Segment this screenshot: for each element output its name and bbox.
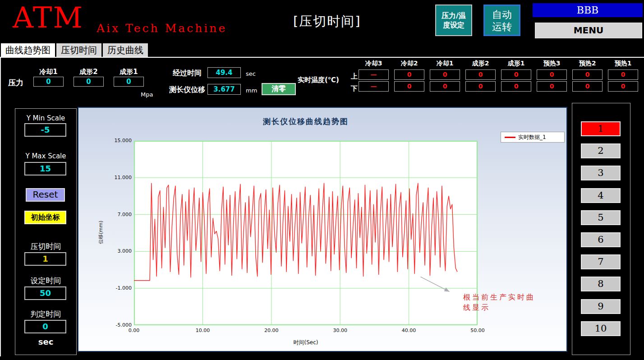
clear-zero-button[interactable]: 清零 <box>262 83 296 95</box>
x-axis-title: 时间(Sec) <box>261 339 351 346</box>
x-tick-label: 50.00 <box>465 328 490 333</box>
x-tick-label: 20.00 <box>259 328 284 333</box>
x-tick-label: 0.00 <box>121 328 147 333</box>
temp-top-field: 0 <box>430 69 460 80</box>
y-max-scale-field[interactable]: 15 <box>24 162 66 175</box>
curve-select-button-10[interactable]: 10 <box>581 321 621 336</box>
temp-column-label: 冷却1 <box>430 60 460 68</box>
pressure-temp-settings-label-line1: 压力/温 <box>436 11 471 20</box>
pressure-temp-settings-label-line2: 度设定 <box>436 20 471 30</box>
content-left-border <box>0 58 1 356</box>
temp-column: 冷却100 <box>430 60 460 92</box>
seconds-unit-label: sec <box>15 337 76 346</box>
curve-select-button-9[interactable]: 9 <box>581 299 621 314</box>
temp-column-label: 预热2 <box>572 60 603 68</box>
auto-run-label-line1: 自动 <box>485 9 519 21</box>
y-tick-label: 7.000 <box>104 212 132 217</box>
y-tick-label: -1.000 <box>104 285 132 291</box>
y-max-scale-label: Y Max Scale <box>15 152 76 160</box>
temp-bottom-field: 0 <box>501 81 531 92</box>
annotation-line2: 线显示 <box>463 302 553 313</box>
pressure-value-field: 0 <box>33 77 64 87</box>
temperature-table: 冷却3——冷却200冷却100成形200成形100预热300预热200预热100 <box>359 60 638 92</box>
realtime-temperature-label: 实时温度(℃) <box>298 76 339 84</box>
curve-select-button-2[interactable]: 2 <box>581 143 621 158</box>
app-logo-subtitle: Aix Tech Machine <box>97 22 227 35</box>
tab-history-curve[interactable]: 历史曲线 <box>103 43 148 57</box>
curve-select-button-1[interactable]: 1 <box>581 121 621 136</box>
curve-select-button-7[interactable]: 7 <box>581 254 621 269</box>
temp-column-label: 预热1 <box>608 60 638 68</box>
y-tick-label: -5.000 <box>104 322 132 328</box>
temp-top-field: 0 <box>608 69 638 80</box>
auto-run-button[interactable]: 自动 运转 <box>483 5 520 36</box>
curve-select-button-4[interactable]: 4 <box>581 188 621 203</box>
curve-select-panel: 12345678910 <box>572 103 630 355</box>
tab-press-cut-time[interactable]: 压切时间 <box>56 43 101 57</box>
curve-select-button-5[interactable]: 5 <box>581 210 621 225</box>
pressure-label: 压力 <box>8 78 23 88</box>
pressure-column: 冷却10 <box>33 68 64 88</box>
temp-column-label: 冷却2 <box>394 60 424 68</box>
menu-button[interactable]: MENU <box>535 23 642 38</box>
tab-trend-chart[interactable]: 曲线趋势图 <box>1 43 55 57</box>
pressure-column: 成形10 <box>114 68 144 88</box>
page-title: [压切时间] <box>293 13 361 31</box>
temp-bottom-field: 0 <box>608 81 638 92</box>
pressure-field-label: 冷却1 <box>33 68 64 76</box>
bbb-button[interactable]: BBB <box>533 3 643 17</box>
temp-top-field: 0 <box>501 69 531 80</box>
temp-bottom-field: 0 <box>394 81 424 92</box>
pressure-column: 成形20 <box>74 68 104 88</box>
initial-coordinates-button[interactable]: 初始坐标 <box>24 211 66 224</box>
y-min-scale-field[interactable]: -5 <box>24 123 66 137</box>
pressure-unit: Mpa <box>141 91 153 98</box>
pressure-temp-settings-button[interactable]: 压力/温 度设定 <box>435 5 472 36</box>
x-tick-label: 40.00 <box>396 328 422 333</box>
press-cut-time-label: 压切时间 <box>15 241 76 252</box>
temp-bottom-field: 0 <box>572 81 603 92</box>
temp-column-label: 成形1 <box>501 60 531 68</box>
app-logo: ATM <box>13 1 83 34</box>
temp-column-label: 成形2 <box>465 60 496 68</box>
trend-plot <box>134 141 478 325</box>
left-control-panel: Y Min Scale -5 Y Max Scale 15 Reset 初始坐标… <box>15 108 77 355</box>
curve-select-button-8[interactable]: 8 <box>581 277 621 291</box>
pressure-field-label: 成形2 <box>74 68 104 76</box>
temp-column: 预热200 <box>572 60 603 92</box>
curve-select-button-3[interactable]: 3 <box>581 166 621 180</box>
temp-bottom-field: — <box>359 81 389 92</box>
temp-column: 预热100 <box>608 60 638 92</box>
pressure-field-label: 成形1 <box>114 68 144 76</box>
x-tick-label: 10.00 <box>190 328 215 333</box>
temp-column: 预热300 <box>537 60 567 92</box>
temp-top-field: — <box>359 69 389 80</box>
displacement-unit: mm <box>246 87 257 94</box>
legend-label: 实时数据_1 <box>518 134 546 141</box>
pressure-value-field: 0 <box>74 77 104 87</box>
temp-row-bottom-label: 下 <box>351 84 358 93</box>
elapsed-time-label: 经过时间 <box>173 69 202 78</box>
temp-bottom-field: 0 <box>465 81 496 92</box>
displacement-label: 测长仪位移 <box>169 85 205 95</box>
auto-run-label-line2: 运转 <box>485 21 519 33</box>
press-cut-time-field: 1 <box>24 252 66 266</box>
temp-column-label: 预热3 <box>537 60 567 68</box>
elapsed-time-unit: sec <box>246 70 256 77</box>
x-tick-label: 30.00 <box>327 328 353 333</box>
temp-top-field: 0 <box>572 69 603 80</box>
chart-title: 测长仪位移曲线趋势图 <box>134 116 478 127</box>
curve-select-button-6[interactable]: 6 <box>581 232 621 247</box>
temp-column: 成形200 <box>465 60 496 92</box>
temp-top-field: 0 <box>394 69 424 80</box>
judge-time-label: 判定时间 <box>15 309 76 319</box>
temp-top-field: 0 <box>465 69 496 80</box>
temp-bottom-field: 0 <box>430 81 460 92</box>
reset-button[interactable]: Reset <box>26 188 65 202</box>
y-tick-label: 11.000 <box>104 175 132 180</box>
pressure-block: 压力 冷却10成形20成形10 <box>8 68 144 88</box>
judge-time-field: 0 <box>24 320 66 333</box>
set-time-field[interactable]: 50 <box>24 286 66 300</box>
temp-top-field: 0 <box>537 69 567 80</box>
y-tick-label: 3.000 <box>104 248 132 254</box>
